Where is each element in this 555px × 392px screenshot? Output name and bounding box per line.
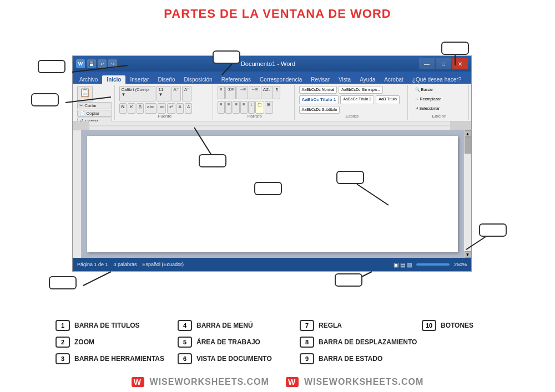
select-button[interactable]: ↗ Seleccionar [412, 105, 443, 114]
annotation-4 [441, 42, 469, 55]
legend-num-3: 3 [56, 353, 70, 364]
legend-text-8: BARRA DE DESPLAZAMIENTO [319, 338, 417, 346]
cut-button[interactable]: ✂ Cortar [77, 102, 112, 109]
status-bar: Página 1 de 1 0 palabras Español (Ecuado… [73, 258, 471, 271]
paste-button[interactable]: 📋 [77, 86, 93, 101]
subscript-button[interactable]: x₂ [158, 103, 166, 114]
minimize-button[interactable]: — [419, 58, 435, 69]
tab-acrobat[interactable]: Acrobat [380, 75, 407, 84]
style-heading1[interactable]: AaBbCc Título 1 [299, 95, 339, 104]
align-left-button[interactable]: ≡ [218, 101, 225, 114]
annotation-5 [199, 154, 226, 167]
tab-disposicion[interactable]: Disposición [180, 75, 217, 84]
ribbon-tabs: Archivo Inicio Insertar Diseño Disposici… [73, 72, 471, 84]
sort-button[interactable]: AZ↓ [261, 86, 273, 99]
watermark-text-2: WISEWORKSHEETS.COM [304, 377, 423, 386]
show-marks-button[interactable]: ¶ [274, 86, 280, 99]
indent-less-button[interactable]: ←≡ [249, 86, 260, 99]
svg-rect-1 [73, 121, 89, 130]
legend-num-7: 7 [300, 320, 314, 331]
legend-col-3: 7 REGLA 8 BARRA DE DESPLAZAMIENTO 9 BARR… [300, 320, 422, 364]
legend-text-5: ÁREA DE TRABAJO [196, 338, 260, 346]
legend-num-6: 6 [178, 353, 192, 364]
annotation-9 [49, 276, 77, 289]
scroll-thumb[interactable] [465, 137, 471, 154]
copy-button[interactable]: 📄 Copiar [77, 110, 112, 117]
legend-item-10: 10 BOTONES [422, 320, 500, 331]
word-window: W 💾 ↩ ↪ Documento1 - Word — □ ✕ Archivo … [72, 55, 472, 272]
zoom-level: 250% [454, 262, 467, 267]
legend-item-2: 2 ZOOM [56, 337, 178, 348]
paragraph-label: Párrafo [218, 114, 292, 119]
tab-diseno[interactable]: Diseño [153, 75, 179, 84]
legend-item-4: 4 BARRA DE MENÚ [178, 320, 300, 331]
qa-redo[interactable]: ↪ [108, 59, 117, 68]
word-count: 0 palabras [114, 262, 137, 267]
justify-button[interactable]: ≡ [240, 101, 248, 114]
quick-access-toolbar: 💾 ↩ ↪ [87, 59, 117, 68]
scroll-up-button[interactable]: ▲ [465, 130, 471, 137]
qa-undo[interactable]: ↩ [98, 59, 107, 68]
legend-text-7: REGLA [319, 322, 342, 329]
bold-button[interactable]: N [119, 103, 127, 114]
page-title: PARTES DE LA VENTANA DE WORD [0, 0, 555, 24]
align-right-button[interactable]: ≡ [233, 101, 240, 114]
superscript-button[interactable]: x² [167, 103, 175, 114]
legend-num-5: 5 [178, 337, 192, 348]
style-subtitle[interactable]: AaBbCcDc Subtítulo [299, 106, 340, 114]
legend-item-1: 1 BARRA DE TITULOS [56, 320, 178, 331]
font-shrink[interactable]: A⁻ [182, 86, 191, 101]
numbering-button[interactable]: ①≡ [225, 86, 236, 99]
align-center-button[interactable]: ≡ [225, 101, 233, 114]
legend-item-5: 5 ÁREA DE TRABAJO [178, 337, 300, 348]
font-grow[interactable]: A⁺ [171, 86, 181, 101]
annotation-1 [38, 60, 65, 73]
font-name[interactable]: Calibri (Cuerp ▼ [119, 86, 155, 101]
tab-search[interactable]: ¿Qué desea hacer? [408, 75, 466, 84]
replace-button[interactable]: ↔ Reemplazar [412, 95, 444, 104]
styles-group: AaBbCcDc Normal AaBbCcDc Sin espa... AaB… [297, 85, 408, 120]
tab-inicio[interactable]: Inicio [102, 75, 125, 84]
vertical-scrollbar[interactable]: ▲ ▼ [463, 130, 471, 258]
tab-ayuda[interactable]: Ayuda [355, 75, 380, 84]
zoom-slider[interactable] [416, 263, 450, 266]
style-title[interactable]: AaB Título [376, 95, 400, 104]
tab-correspondencia[interactable]: Correspondencia [255, 75, 306, 84]
borders-button[interactable]: ⊞ [265, 101, 273, 114]
font-color-button[interactable]: A [185, 103, 192, 114]
legend-num-4: 4 [178, 320, 192, 331]
maximize-button[interactable]: □ [436, 58, 451, 69]
legend-item-8: 8 BARRA DE DESPLAZAMIENTO [300, 337, 422, 348]
editing-group: 🔍 Buscar ↔ Reemplazar ↗ Seleccionar Edic… [410, 85, 469, 120]
legend-num-9: 9 [300, 353, 314, 364]
tab-revisar[interactable]: Revisar [306, 75, 334, 84]
close-button[interactable]: ✕ [452, 58, 468, 69]
annotation-6 [254, 182, 282, 195]
font-size[interactable]: 11 ▼ [157, 86, 170, 101]
tab-archivo[interactable]: Archivo [75, 75, 102, 84]
underline-button[interactable]: S [137, 103, 144, 114]
style-heading2[interactable]: AaBbCc Título 2 [340, 95, 374, 104]
editing-controls: 🔍 Buscar ↔ Reemplazar ↗ Seleccionar [412, 86, 466, 114]
shading-button[interactable]: ▢ [255, 101, 264, 114]
legend-num-10: 10 [422, 320, 436, 331]
tab-vista[interactable]: Vista [334, 75, 355, 84]
highlight-button[interactable]: A [176, 103, 184, 114]
watermark: W WISEWORKSHEETS.COM W WISEWORKSHEETS.CO… [0, 375, 555, 388]
qa-save[interactable]: 💾 [87, 59, 96, 68]
strikethrough-button[interactable]: abc [145, 103, 157, 114]
scroll-track [464, 137, 471, 251]
legend-col-1: 1 BARRA DE TITULOS 2 ZOOM 3 BARRA DE HER… [56, 320, 178, 364]
italic-button[interactable]: K [128, 103, 135, 114]
scroll-down-button[interactable]: ▼ [465, 251, 471, 258]
style-no-spacing[interactable]: AaBbCcDc Sin espa... [339, 86, 382, 94]
indent-more-button[interactable]: →≡ [236, 86, 248, 99]
line-spacing-button[interactable]: ↕ [248, 101, 255, 114]
tab-referencias[interactable]: Referencias [217, 75, 255, 84]
legend-text-4: BARRA DE MENÚ [196, 322, 253, 329]
find-button[interactable]: 🔍 Buscar [412, 86, 436, 95]
watermark-text-1: WISEWORKSHEETS.COM [150, 377, 269, 386]
style-normal[interactable]: AaBbCcDc Normal [299, 86, 337, 94]
tab-insertar[interactable]: Insertar [125, 75, 153, 84]
bullets-button[interactable]: ≡ [218, 86, 225, 99]
